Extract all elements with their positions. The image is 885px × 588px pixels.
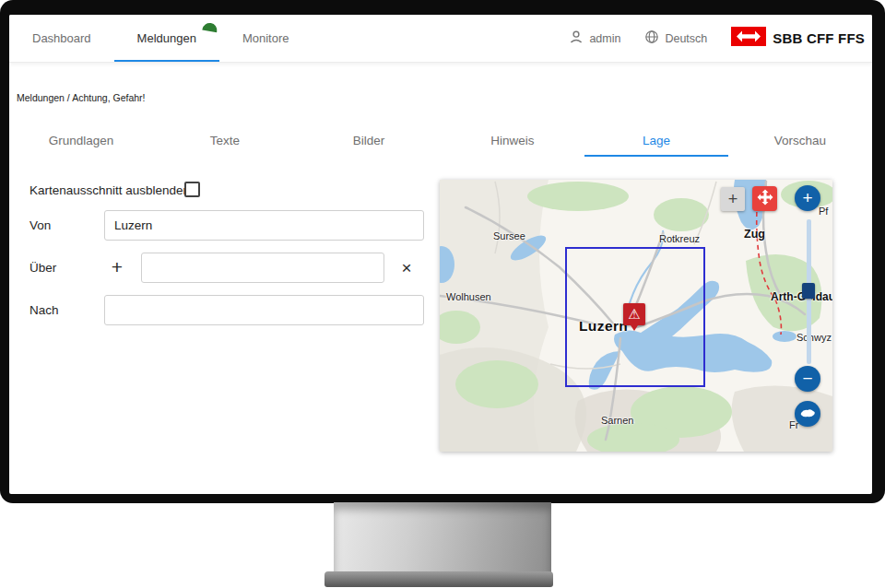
danger-marker-icon[interactable]: ⚠ (623, 303, 645, 325)
monitor-bezel: Dashboard Meldungen Monitore (0, 0, 885, 503)
reset-view-switzerland-button[interactable] (795, 401, 820, 427)
zoom-in-button[interactable]: + (795, 185, 820, 211)
tab-bar: Grundlagen Texte Bilder Hinweis Lage Vor… (9, 125, 872, 157)
move-arrows-icon (757, 189, 773, 209)
map-pan-tool-button[interactable] (752, 186, 777, 211)
zoom-slider-handle[interactable] (802, 283, 815, 299)
nach-label: Nach (30, 303, 59, 317)
nav-right: admin Deutsch (569, 15, 872, 62)
nav-item-label: Dashboard (32, 31, 91, 45)
user-icon (569, 29, 584, 47)
language-label: Deutsch (665, 32, 707, 45)
monitor-stand-base (324, 571, 553, 587)
nav-item-monitore[interactable]: Monitore (219, 15, 313, 62)
meldungen-indicator-icon (202, 22, 218, 33)
clear-via-button[interactable]: × (395, 257, 418, 279)
nav-item-dashboard[interactable]: Dashboard (9, 15, 114, 62)
monitor-stand (334, 502, 551, 574)
sbb-logo: SBB CFF FFS (731, 27, 865, 50)
tab-vorschau[interactable]: Vorschau (728, 125, 872, 157)
nav-item-label: Monitore (242, 31, 289, 45)
app-window: Dashboard Meldungen Monitore (9, 15, 872, 494)
nav-item-label: Meldungen (137, 31, 196, 45)
language-menu[interactable]: Deutsch (644, 29, 707, 47)
map-label-pf: Pf (819, 206, 828, 217)
ueber-label: Über (30, 261, 56, 275)
user-menu[interactable]: admin (569, 29, 620, 47)
tab-hinweis[interactable]: Hinweis (441, 125, 584, 157)
nach-input[interactable] (104, 295, 424, 325)
map-label-schwyz: Schwyz (796, 332, 832, 343)
brand-text: SBB CFF FFS (773, 30, 865, 46)
hide-map-label: Kartenausschnitt ausblenden (30, 183, 190, 197)
ueber-input[interactable] (141, 253, 384, 283)
sbb-arrow-icon (731, 27, 766, 50)
map-plus-tool-button[interactable]: + (721, 187, 745, 211)
nav-item-meldungen[interactable]: Meldungen (114, 15, 219, 62)
map-label-rotkreuz: Rotkreuz (659, 233, 700, 244)
tab-texte[interactable]: Texte (153, 125, 297, 157)
add-via-button[interactable]: + (106, 256, 128, 278)
tab-lage[interactable]: Lage (584, 125, 728, 157)
map-canvas[interactable]: Sursee Rotkreuz Zug Wolhusen Luzern Arth… (440, 180, 832, 452)
page: Dashboard Meldungen Monitore (0, 0, 885, 588)
von-input[interactable] (104, 210, 424, 241)
breadcrumb[interactable]: Meldungen / Achtung, Gefahr! (17, 92, 146, 103)
top-nav: Dashboard Meldungen Monitore (9, 15, 872, 63)
map-label-wolhusen: Wolhusen (446, 291, 491, 302)
map-label-sursee: Sursee (493, 230, 525, 241)
switzerland-icon (799, 404, 816, 424)
zoom-out-button[interactable]: − (795, 366, 820, 392)
map-label-zug: Zug (744, 228, 765, 241)
map-label-sarnen: Sarnen (601, 415, 633, 426)
tab-grundlagen[interactable]: Grundlagen (9, 125, 153, 157)
globe-icon (644, 29, 659, 47)
von-label: Von (30, 218, 51, 232)
user-name: admin (589, 32, 620, 45)
tab-bilder[interactable]: Bilder (297, 125, 441, 157)
hide-map-checkbox[interactable] (184, 182, 200, 197)
